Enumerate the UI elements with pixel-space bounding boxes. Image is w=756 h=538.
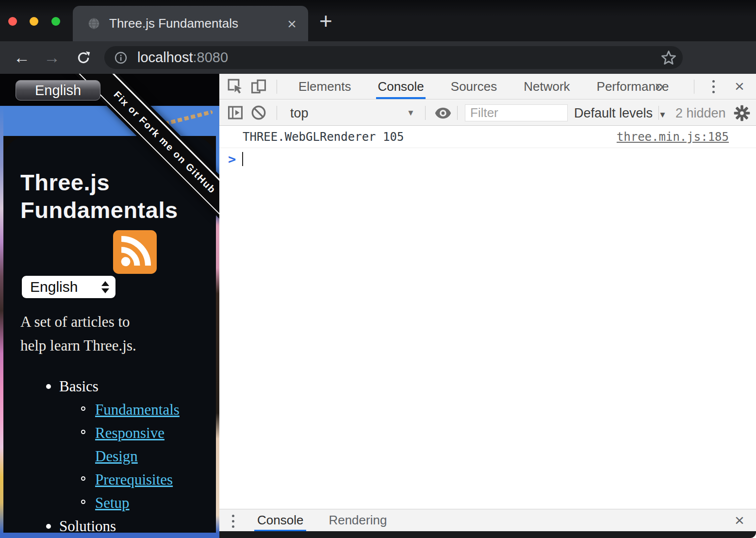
select-stepper-icon bbox=[101, 281, 109, 293]
tab-close-icon[interactable]: × bbox=[287, 16, 296, 32]
console-message: THREE.WebGLRenderer 105 bbox=[243, 130, 404, 144]
console-source-link[interactable]: three.min.js:185 bbox=[617, 130, 729, 144]
page-title: Three.js Fundamentals bbox=[20, 168, 178, 224]
browser-window: Three.js Fundamentals × + ← → localhost:… bbox=[0, 0, 756, 538]
toolbar-divider bbox=[457, 106, 458, 120]
console-settings-gear-icon[interactable] bbox=[734, 105, 750, 121]
tab-console[interactable]: Console bbox=[376, 74, 425, 99]
levels-dropdown-icon: ▼ bbox=[658, 110, 667, 119]
page-navigation: Basics Fundamentals Responsive Design Pr… bbox=[3, 375, 216, 538]
nav-link-prerequisites[interactable]: Prerequisites bbox=[95, 468, 203, 491]
page-title-line1: Three.js bbox=[20, 168, 178, 196]
circle-bullet-icon bbox=[81, 476, 85, 481]
drawer-tabs: Console Rendering bbox=[254, 509, 390, 531]
drawer-tab-console[interactable]: Console bbox=[254, 509, 306, 531]
circle-bullet-icon bbox=[81, 430, 85, 434]
nav-link-row: Responsive Design bbox=[3, 421, 216, 468]
toolbar-divider bbox=[277, 80, 277, 94]
nav-link-fundamentals[interactable]: Fundamentals bbox=[95, 398, 203, 421]
window-close-button[interactable] bbox=[8, 17, 17, 26]
toolbar-divider bbox=[694, 80, 694, 94]
drawer-menu-icon[interactable] bbox=[232, 515, 234, 528]
nav-link-row: Fundamentals bbox=[3, 398, 216, 421]
nav-link-setup[interactable]: Setup bbox=[95, 491, 203, 515]
page-sky-background bbox=[0, 106, 219, 136]
drawer-tab-bar: Console Rendering × bbox=[219, 509, 756, 531]
disc-bullet-icon bbox=[46, 524, 51, 529]
nav-section-label: Basics bbox=[59, 375, 99, 398]
tab-sources[interactable]: Sources bbox=[449, 74, 498, 99]
devtools-close-icon[interactable]: × bbox=[735, 77, 744, 96]
nav-section: Basics bbox=[3, 375, 216, 398]
toolbar-divider bbox=[277, 106, 277, 120]
console-log-row: THREE.WebGLRenderer 105 three.min.js:185 bbox=[219, 126, 756, 148]
inspect-element-icon[interactable] bbox=[227, 78, 244, 95]
back-button[interactable]: ← bbox=[14, 48, 30, 67]
nav-link-row: Setup bbox=[3, 491, 216, 515]
execution-context-select[interactable]: top bbox=[290, 106, 309, 121]
page-tagline: A set of articles to help learn Three.js… bbox=[20, 310, 136, 357]
window-fullscreen-button[interactable] bbox=[51, 17, 60, 26]
nav-link-row: Prerequisites bbox=[3, 468, 216, 491]
page-title-line2: Fundamentals bbox=[20, 196, 178, 224]
url-text: localhost:8080 bbox=[137, 50, 228, 66]
address-bar[interactable]: localhost:8080 bbox=[104, 46, 683, 69]
tab-title: Three.js Fundamentals bbox=[109, 16, 238, 31]
language-select[interactable]: English bbox=[22, 276, 115, 298]
page-info-icon[interactable] bbox=[114, 51, 128, 65]
language-overlay-button[interactable]: English bbox=[16, 80, 100, 101]
window-bottom-edge bbox=[219, 531, 756, 538]
filter-input[interactable] bbox=[465, 104, 568, 121]
clear-console-icon[interactable] bbox=[250, 104, 267, 121]
live-expression-eye-icon[interactable] bbox=[435, 106, 451, 120]
url-port: :8080 bbox=[193, 50, 228, 65]
drawer-close-icon[interactable]: × bbox=[735, 511, 744, 530]
toolbar-divider bbox=[425, 106, 426, 120]
scene-background-right-sliver bbox=[216, 106, 219, 533]
devtools-menu-icon[interactable] bbox=[712, 80, 715, 93]
disc-bullet-icon bbox=[46, 384, 51, 389]
log-levels-select[interactable]: Default levels▼ bbox=[574, 106, 667, 121]
language-select-value: English bbox=[30, 279, 78, 295]
context-dropdown-icon[interactable]: ▼ bbox=[407, 108, 415, 118]
content-panel: Three.js Fundamentals English A set of a… bbox=[3, 136, 216, 533]
device-toolbar-icon[interactable] bbox=[250, 78, 267, 95]
new-tab-button[interactable]: + bbox=[319, 8, 332, 34]
toolbar-divider bbox=[658, 106, 659, 120]
console-toolbar: top ▼ Default levels▼ 2 hidden bbox=[219, 100, 756, 126]
console-sidebar-toggle-icon[interactable] bbox=[227, 104, 244, 121]
globe-favicon-icon bbox=[87, 17, 100, 30]
reload-button[interactable] bbox=[76, 50, 91, 66]
scene-background-left-sliver bbox=[0, 106, 3, 533]
text-cursor bbox=[242, 152, 243, 166]
prompt-chevron-icon: > bbox=[228, 151, 236, 167]
tab-strip: Three.js Fundamentals × + bbox=[0, 0, 756, 41]
console-prompt[interactable]: > bbox=[219, 148, 756, 169]
devtools-panel: Elements Console Sources Network Perform… bbox=[219, 74, 756, 538]
drawer-tab-rendering[interactable]: Rendering bbox=[326, 509, 390, 531]
more-tabs-icon[interactable]: » bbox=[655, 77, 664, 95]
devtools-tab-bar: Elements Console Sources Network Perform… bbox=[219, 74, 756, 100]
circle-bullet-icon bbox=[81, 500, 85, 504]
page-bottom-background bbox=[0, 533, 219, 538]
bookmark-star-icon[interactable] bbox=[660, 50, 677, 66]
tab-elements[interactable]: Elements bbox=[297, 74, 352, 99]
circle-bullet-icon bbox=[81, 406, 85, 411]
web-page: Three.js Fundamentals English A set of a… bbox=[0, 74, 219, 538]
tagline-line1: A set of articles to bbox=[20, 310, 136, 334]
devtools-tabs: Elements Console Sources Network Perform… bbox=[297, 74, 670, 99]
window-minimize-button[interactable] bbox=[30, 17, 38, 26]
browser-tab[interactable]: Three.js Fundamentals × bbox=[73, 6, 308, 41]
url-host: localhost bbox=[137, 50, 193, 65]
hidden-messages-count: 2 hidden bbox=[675, 106, 726, 121]
tagline-line2: help learn Three.js. bbox=[20, 334, 136, 357]
rss-feed-icon[interactable] bbox=[113, 230, 157, 274]
tab-network[interactable]: Network bbox=[522, 74, 571, 99]
browser-toolbar: ← → localhost:8080 bbox=[0, 41, 756, 74]
forward-button[interactable]: → bbox=[44, 48, 60, 67]
nav-link-responsive-design[interactable]: Responsive Design bbox=[95, 421, 203, 468]
